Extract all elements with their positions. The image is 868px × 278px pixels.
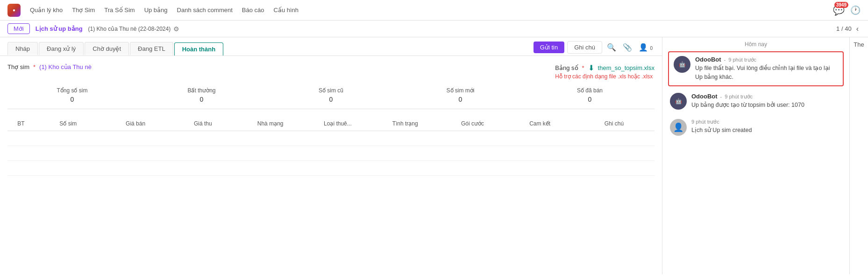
stat-value-so-sim-cu: 0 [329, 96, 333, 103]
th-ghi-chu: Ghi chú [574, 120, 655, 127]
message-header-1: OdooBot - 9 phút trước [695, 56, 838, 63]
tab-bar: Nháp Đang xử lý Chờ duyệt Đang ETL Hoàn … [0, 37, 662, 56]
user-button[interactable]: 👤 0 [637, 41, 655, 54]
nav-item-bao-cao[interactable]: Báo cáo [242, 7, 264, 14]
message-header-2: OdooBot - 9 phút trước [691, 93, 842, 100]
tho-sim-field: Thợ sim * (1) Kho của Thu nè [7, 63, 92, 70]
file-hint-text: Hỗ trợ các định dạng file .xls hoặc .xls… [555, 73, 653, 80]
chat-message-1: 🤖 OdooBot - 9 phút trước Up file thất bạ… [668, 51, 844, 86]
logo-icon: ● [13, 7, 15, 13]
clock-icon: 🕐 [850, 6, 861, 15]
th-bt: BT [7, 120, 35, 127]
stat-so-sim-cu: Số sim cũ 0 [266, 87, 396, 103]
settings-icon[interactable]: ⚙ [173, 25, 179, 33]
file-link[interactable]: them_so_topsim.xlsx [598, 64, 655, 71]
stat-so-da-ban: Số đã bán 0 [525, 87, 655, 103]
avatar-odoobot-1: 🤖 [674, 56, 690, 73]
avatar-system: 👤 [670, 119, 687, 136]
right-panel: Hôm nay 🤖 OdooBot - 9 phút trước Up file… [662, 37, 849, 274]
message-time-3: 9 phút trước [691, 119, 719, 125]
avatar-icon: 🤖 [679, 61, 686, 68]
nav-item-cau-hinh[interactable]: Cấu hình [274, 7, 299, 14]
form-row: Thợ sim * (1) Kho của Thu nè Bảng số * ⬇… [7, 63, 655, 80]
tab-nhap[interactable]: Nháp [7, 42, 38, 55]
tab-hoan-thanh[interactable]: Hoàn thành [174, 42, 224, 56]
nav-item-danh-sach-comment[interactable]: Danh sách comment [177, 7, 233, 14]
tab-dang-xu-ly[interactable]: Đang xử lý [39, 42, 84, 55]
stat-value-tong: 0 [71, 96, 74, 103]
chat-badge: 3949 [834, 2, 848, 8]
tab-cho-duyet[interactable]: Chờ duyệt [85, 42, 129, 55]
top-navigation: ● Quản lý kho Thợ Sim Tra Số Sim Up bảng… [0, 0, 868, 21]
stat-so-sim-moi: Số sim mới 0 [396, 87, 525, 103]
stat-bat-thuong: Bất thường 0 [137, 87, 266, 103]
table-row-1 [7, 131, 655, 146]
page-prev-button[interactable]: ‹ [854, 25, 861, 33]
message-header-3: 9 phút trước [691, 119, 842, 125]
breadcrumb-sub-row: (1) Kho của Thu nè (22-08-2024) ⚙ [88, 25, 180, 33]
action-buttons: Gửi tin Ghi chú 🔍 📎 👤 0 [534, 41, 655, 56]
message-body-2: OdooBot - 9 phút trước Up bảng được tạo … [691, 93, 842, 110]
clock-btn[interactable]: 🕐 [850, 5, 861, 15]
new-button[interactable]: Mới [7, 23, 30, 34]
th-goi-cuoc: Gói cước [439, 120, 506, 127]
bang-so-row: Bảng số * ⬇ them_so_topsim.xlsx [555, 63, 655, 72]
search-button[interactable]: 🔍 [605, 41, 618, 54]
message-time-2: 9 phút trước [725, 94, 753, 100]
th-gia-thu: Giá thu [169, 120, 236, 127]
bang-so-required: * [582, 64, 584, 71]
message-body-3: 9 phút trước Lịch sử Up sim created [691, 119, 842, 136]
app-logo: ● [7, 4, 21, 17]
stat-label-so-sim-cu: Số sim cũ [319, 87, 343, 94]
download-icon: ⬇ [588, 63, 594, 72]
message-text-2: Up bảng được tạo từ topsim bởi user: 107… [691, 101, 842, 110]
nav-item-up-bang[interactable]: Up bảng [144, 7, 168, 14]
system-avatar-icon: 👤 [673, 122, 683, 132]
th-cam-ket: Cam kết [506, 120, 574, 127]
tho-sim-value: (1) Kho của Thu nè [39, 63, 92, 70]
avatar-odoobot-2: 🤖 [670, 93, 687, 110]
chat-message-3: 👤 9 phút trước Lịch sử Up sim created [662, 114, 849, 140]
chat-section-today: Hôm nay [662, 37, 849, 49]
message-author-2: OdooBot [691, 93, 718, 100]
nav-item-quan-ly-kho[interactable]: Quản lý kho [30, 7, 63, 14]
th-nha-mang: Nhà mạng [237, 120, 304, 127]
note-button[interactable]: Ghi chú [567, 41, 602, 54]
stat-label-tong: Tổng số sim [57, 87, 87, 94]
stat-tong-so-sim: Tổng số sim 0 [7, 87, 137, 103]
attachment-button[interactable]: 📎 [621, 41, 634, 54]
left-panel: Nháp Đang xử lý Chờ duyệt Đang ETL Hoàn … [0, 37, 662, 274]
far-right-label: The [854, 41, 864, 48]
th-so-sim: Số sim [35, 120, 102, 127]
bang-so-label: Bảng số [555, 64, 578, 71]
breadcrumb-sub: (1) Kho của Thu nè (22-08-2024) [88, 26, 171, 32]
table-row-3 [7, 161, 655, 176]
stat-value-bat-thuong: 0 [200, 96, 204, 103]
stat-label-so-da-ban: Số đã bán [577, 87, 603, 94]
sub-header: Mới Lịch sử up bảng (1) Kho của Thu nè (… [0, 21, 868, 37]
message-author-1: OdooBot [695, 56, 721, 63]
tho-sim-required: * [33, 63, 36, 70]
send-message-button[interactable]: Gửi tin [534, 42, 564, 53]
breadcrumb-title[interactable]: Lịch sử up bảng [36, 25, 83, 32]
stat-label-bat-thuong: Bất thường [187, 87, 215, 94]
nav-item-tho-sim[interactable]: Thợ Sim [72, 7, 95, 14]
stats-row: Tổng số sim 0 Bất thường 0 Số sim cũ 0 S… [7, 87, 655, 109]
th-tinh-trang: Tình trạng [371, 120, 439, 127]
avatar-icon-2: 🤖 [675, 98, 682, 104]
stat-value-so-da-ban: 0 [588, 96, 592, 103]
page-number: 1 / 40 [836, 25, 852, 32]
stat-label-so-sim-moi: Số sim mới [447, 87, 475, 94]
tab-dang-etl[interactable]: Đang ETL [130, 42, 173, 55]
th-gia-ban: Giá bán [102, 120, 169, 127]
message-text-3: Lịch sử Up sim created [691, 126, 842, 135]
page-navigation: 1 / 40 ‹ [836, 25, 861, 33]
th-loai-thue: Loại thuê... [304, 120, 371, 127]
chat-notification-btn[interactable]: 💬 3949 [833, 5, 845, 16]
nav-item-tra-so-sim[interactable]: Tra Số Sim [104, 7, 135, 14]
table-row-2 [7, 146, 655, 161]
chat-message-2: 🤖 OdooBot - 9 phút trước Up bảng được tạ… [662, 88, 849, 114]
table-header: BT Số sim Giá bán Giá thu Nhà mạng Loại … [7, 117, 655, 131]
message-text-1: Up file thất bại. Vui lòng điều chỉnh lạ… [695, 64, 838, 82]
user-icon: 👤 [639, 43, 648, 51]
